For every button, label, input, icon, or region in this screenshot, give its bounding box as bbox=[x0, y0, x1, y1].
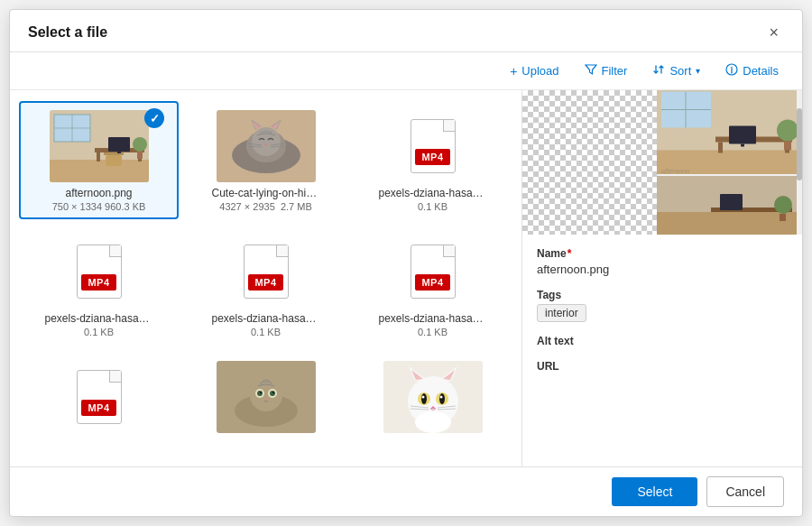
svg-point-37 bbox=[270, 391, 275, 396]
svg-rect-65 bbox=[718, 143, 723, 153]
tags-container: interior bbox=[537, 304, 788, 322]
svg-rect-68 bbox=[741, 144, 744, 147]
file-thumbnail bbox=[217, 110, 316, 182]
svg-rect-8 bbox=[97, 152, 100, 161]
list-item[interactable]: MP4 pexels-dziana-hasanb... 0.1 KB bbox=[19, 226, 179, 345]
file-thumbnail: MP4 bbox=[383, 235, 483, 308]
list-item[interactable]: ✓ bbox=[19, 101, 179, 219]
file-thumbnail bbox=[217, 361, 316, 433]
svg-point-12 bbox=[133, 137, 147, 152]
mp4-file-icon: MP4 bbox=[244, 245, 289, 299]
room-preview-svg bbox=[50, 110, 149, 182]
list-item[interactable]: MP4 pexels-dziana-hasanb... 0.1 KB bbox=[353, 226, 512, 345]
details-icon bbox=[725, 63, 738, 78]
cat-preview-svg bbox=[217, 110, 316, 182]
svg-point-58 bbox=[415, 411, 451, 433]
file-thumbnail bbox=[383, 361, 483, 433]
file-name: pexels-dziana-hasanb... bbox=[212, 312, 320, 325]
details-label: Details bbox=[743, 64, 779, 78]
svg-rect-77 bbox=[780, 214, 786, 221]
file-name: pexels-dziana-hasanb... bbox=[45, 312, 153, 325]
mp4-file-icon: MP4 bbox=[77, 245, 122, 299]
file-thumbnail: MP4 bbox=[383, 110, 483, 182]
dialog-body: ✓ bbox=[10, 90, 802, 466]
list-item[interactable]: MP4 pexels-dziana-hasanb... 0.1 KB bbox=[353, 101, 512, 219]
file-name: pexels-dziana-hasanb... bbox=[379, 312, 487, 325]
dialog-title: Select a file bbox=[28, 24, 107, 41]
list-item[interactable] bbox=[186, 352, 346, 445]
selected-check-icon: ✓ bbox=[144, 108, 164, 128]
upload-label: Upload bbox=[521, 64, 558, 78]
list-item[interactable]: Cute-cat-lying-on-his-... 4327 × 2935 2.… bbox=[186, 101, 346, 219]
url-label: URL bbox=[537, 360, 788, 373]
tags-field: Tags interior bbox=[537, 289, 788, 322]
mp4-badge: MP4 bbox=[415, 274, 449, 291]
upload-button[interactable]: + Upload bbox=[504, 60, 564, 82]
mp4-badge: MP4 bbox=[81, 274, 115, 291]
detail-panel: afternoon bbox=[522, 90, 802, 466]
file-meta: 0.1 KB bbox=[84, 327, 114, 337]
mp4-file-icon: MP4 bbox=[411, 245, 456, 299]
svg-point-51 bbox=[421, 396, 424, 399]
file-meta: 0.1 KB bbox=[251, 327, 281, 337]
file-meta: 4327 × 2935 2.7 MB bbox=[219, 201, 311, 212]
mp4-badge: MP4 bbox=[81, 400, 115, 416]
svg-rect-14 bbox=[108, 137, 130, 152]
svg-rect-70 bbox=[784, 142, 791, 151]
checker-background bbox=[522, 90, 657, 235]
svg-point-50 bbox=[439, 393, 445, 404]
file-meta: 0.1 KB bbox=[418, 327, 448, 337]
sort-label: Sort bbox=[669, 64, 691, 78]
tags-label: Tags bbox=[537, 289, 788, 301]
cat3-preview-svg bbox=[383, 361, 483, 433]
file-grid: ✓ bbox=[19, 101, 512, 445]
cancel-button[interactable]: Cancel bbox=[706, 476, 784, 507]
cat2-preview-svg bbox=[217, 361, 316, 433]
close-button[interactable]: × bbox=[763, 23, 784, 42]
file-name: pexels-dziana-hasanb... bbox=[379, 187, 487, 199]
file-name: Cute-cat-lying-on-his-... bbox=[212, 187, 320, 199]
svg-point-52 bbox=[439, 396, 442, 399]
select-file-dialog: Select a file × + Upload Filter Sort ▾ bbox=[9, 9, 803, 517]
svg-rect-67 bbox=[729, 126, 756, 144]
detail-info: Name* afternoon.png Tags interior Alt te… bbox=[522, 235, 802, 466]
tag-chip: interior bbox=[537, 304, 586, 322]
name-label: Name* bbox=[537, 247, 788, 260]
list-item[interactable] bbox=[353, 352, 512, 445]
svg-text:afternoon: afternoon bbox=[661, 167, 689, 175]
list-item[interactable]: MP4 bbox=[19, 352, 179, 445]
dialog-header: Select a file × bbox=[10, 10, 802, 52]
svg-rect-75 bbox=[720, 194, 743, 210]
file-thumbnail: MP4 bbox=[217, 235, 316, 308]
filter-icon bbox=[585, 63, 597, 78]
sort-button[interactable]: Sort ▾ bbox=[647, 60, 706, 82]
detail-panel-scrollbar[interactable] bbox=[797, 90, 802, 235]
name-field: Name* afternoon.png bbox=[537, 247, 788, 276]
preview-room-small bbox=[657, 176, 797, 235]
filter-button[interactable]: Filter bbox=[579, 60, 633, 82]
filter-label: Filter bbox=[602, 64, 628, 78]
file-meta: 750 × 1334 960.3 KB bbox=[52, 201, 146, 212]
alt-text-field: Alt text bbox=[537, 335, 788, 347]
svg-point-36 bbox=[257, 391, 263, 396]
svg-point-76 bbox=[774, 196, 792, 214]
details-button[interactable]: Details bbox=[720, 60, 784, 82]
select-button[interactable]: Select bbox=[612, 477, 697, 506]
preview-image-column: afternoon bbox=[657, 90, 797, 235]
file-thumbnail: MP4 bbox=[50, 361, 149, 433]
file-grid-area[interactable]: ✓ bbox=[10, 90, 522, 466]
name-value: afternoon.png bbox=[537, 263, 788, 276]
svg-rect-73 bbox=[657, 212, 797, 235]
dialog-footer: Select Cancel bbox=[10, 466, 802, 516]
detail-scroll-thumb[interactable] bbox=[797, 108, 802, 180]
mp4-badge: MP4 bbox=[248, 274, 282, 291]
preview-area: afternoon bbox=[522, 90, 802, 235]
file-thumbnail: MP4 bbox=[50, 235, 149, 308]
plus-icon: + bbox=[510, 64, 517, 78]
mp4-file-icon: MP4 bbox=[411, 119, 456, 173]
alt-text-label: Alt text bbox=[537, 335, 788, 347]
sort-chevron-icon: ▾ bbox=[696, 66, 700, 76]
sort-icon bbox=[652, 63, 665, 78]
list-item[interactable]: MP4 pexels-dziana-hasanb... 0.1 KB bbox=[186, 226, 346, 345]
file-thumbnail bbox=[50, 110, 149, 182]
